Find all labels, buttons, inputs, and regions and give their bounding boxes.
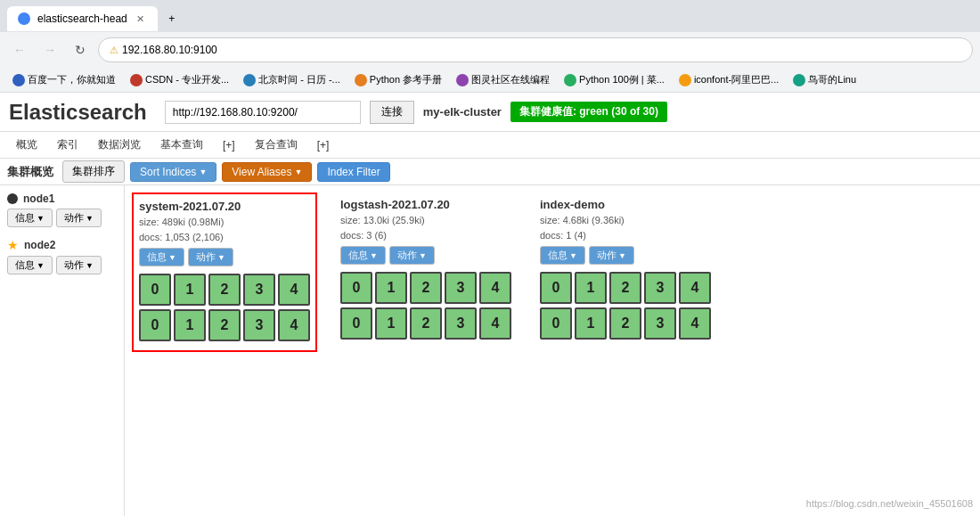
health-badge: 集群健康值: green (30 of 30) <box>510 102 667 122</box>
bookmark-time-icon <box>243 74 256 86</box>
address-bar[interactable]: ⚠ 192.168.80.10:9100 <box>98 37 973 62</box>
index-logstash-info-button[interactable]: 信息 ▼ <box>340 246 386 265</box>
shard[interactable]: 4 <box>278 309 310 341</box>
bookmark-time[interactable]: 北京时间 - 日历 -... <box>238 71 346 88</box>
shard[interactable]: 0 <box>340 307 372 340</box>
bookmarks-bar: 百度一下，你就知道 CSDN - 专业开发... 北京时间 - 日历 -... … <box>0 68 980 93</box>
index-system-info-button[interactable]: 信息 ▼ <box>139 248 184 266</box>
tab-basic-add[interactable]: [+] <box>214 135 244 155</box>
cluster-name: my-elk-cluster <box>423 105 502 119</box>
refresh-button[interactable]: ↻ <box>68 37 93 62</box>
connect-button[interactable]: 连接 <box>370 101 414 124</box>
tab-complex-add[interactable]: [+] <box>308 135 339 155</box>
active-tab[interactable]: elasticsearch-head ✕ <box>7 6 158 31</box>
watermark: https://blog.csdn.net/weixin_45501608 <box>806 498 973 509</box>
index-logstash-size: size: 13.0ki (25.9ki) docs: 3 (6) <box>340 213 511 242</box>
node1-name: node1 <box>23 192 54 205</box>
shard[interactable]: 1 <box>375 307 407 340</box>
index-system-action-arrow-icon: ▼ <box>217 253 225 262</box>
shard[interactable]: 2 <box>208 274 241 306</box>
shard[interactable]: 1 <box>375 272 407 304</box>
shard[interactable]: 2 <box>609 272 641 304</box>
nav-bar: ← → ↻ ⚠ 192.168.80.10:9100 <box>0 32 980 68</box>
bookmark-baidu[interactable]: 百度一下，你就知道 <box>7 71 121 88</box>
back-button[interactable]: ← <box>7 37 32 62</box>
tab-data-browse[interactable]: 数据浏览 <box>89 134 150 156</box>
bookmark-time-label: 北京时间 - 日历 -... <box>258 73 340 86</box>
index-filter-button[interactable]: Index Filter <box>317 162 389 182</box>
tab-basic-query[interactable]: 基本查询 <box>151 134 212 156</box>
sort-indices-arrow-icon: ▼ <box>199 168 207 176</box>
bookmark-python100-icon <box>564 74 576 86</box>
shard[interactable]: 2 <box>609 307 641 340</box>
index-logstash-info-arrow-icon: ▼ <box>370 251 378 260</box>
index-demo-info-button[interactable]: 信息 ▼ <box>540 246 585 265</box>
bookmark-niaoge[interactable]: 鸟哥的Linu <box>788 71 862 88</box>
shard[interactable]: 3 <box>644 307 676 340</box>
node2-action-button[interactable]: 动作 ▼ <box>56 256 102 274</box>
shard[interactable]: 3 <box>243 309 275 341</box>
shard[interactable]: 0 <box>139 309 171 341</box>
shard[interactable]: 4 <box>278 274 310 306</box>
shard[interactable]: 0 <box>540 307 572 340</box>
node1-info-button[interactable]: 信息 ▼ <box>7 209 53 227</box>
bookmark-python100[interactable]: Python 100例 | 菜... <box>559 71 670 88</box>
bookmark-csdn-label: CSDN - 专业开发... <box>145 73 229 86</box>
shard[interactable]: 0 <box>139 274 171 306</box>
tab-indices[interactable]: 索引 <box>48 134 87 156</box>
tab-close-btn[interactable]: ✕ <box>135 12 147 25</box>
tab-overview[interactable]: 概览 <box>7 134 46 156</box>
new-tab-button[interactable]: + <box>161 8 183 29</box>
shard[interactable]: 1 <box>575 272 607 304</box>
url-input[interactable] <box>165 101 361 124</box>
sort-indices-button[interactable]: Sort Indices ▼ <box>130 162 216 182</box>
index-system-action-button[interactable]: 动作 ▼ <box>188 248 233 266</box>
shard[interactable]: 3 <box>243 274 275 306</box>
shard[interactable]: 4 <box>679 307 711 340</box>
main-content: node1 信息 ▼ 动作 ▼ ★ node2 <box>0 185 980 516</box>
bookmark-iconfont[interactable]: iconfont-阿里巴巴... <box>674 71 784 88</box>
shard[interactable]: 3 <box>445 272 477 304</box>
index-logstash-shards-row1: 0 1 2 3 4 <box>340 272 511 304</box>
cluster-sort-button[interactable]: 集群排序 <box>62 160 125 183</box>
index-demo-size: size: 4.68ki (9.36ki) docs: 1 (4) <box>540 213 711 242</box>
bookmark-csdn[interactable]: CSDN - 专业开发... <box>125 71 234 88</box>
tab-complex-query[interactable]: 复合查询 <box>246 134 306 156</box>
index-demo-buttons: 信息 ▼ 动作 ▼ <box>540 246 711 265</box>
node2-star-icon: ★ <box>7 238 19 252</box>
bookmark-niaoge-icon <box>793 74 805 86</box>
node1-action-button[interactable]: 动作 ▼ <box>56 209 102 227</box>
index-logstash-action-button[interactable]: 动作 ▼ <box>389 246 435 265</box>
shard[interactable]: 1 <box>174 274 206 306</box>
shard[interactable]: 4 <box>479 307 511 340</box>
shard[interactable]: 2 <box>410 272 442 304</box>
shard[interactable]: 1 <box>575 307 607 340</box>
index-demo-action-button[interactable]: 动作 ▼ <box>589 246 634 265</box>
shard[interactable]: 2 <box>208 309 241 341</box>
index-demo-info-arrow-icon: ▼ <box>569 251 577 260</box>
node2-info-button[interactable]: 信息 ▼ <box>7 256 53 274</box>
shard[interactable]: 4 <box>679 272 711 304</box>
shard[interactable]: 3 <box>445 307 477 340</box>
shard[interactable]: 3 <box>644 272 676 304</box>
forward-button[interactable]: → <box>37 37 62 62</box>
bookmark-python-ref-label: Python 参考手册 <box>370 73 442 86</box>
node1-status-icon <box>7 193 18 204</box>
tab-favicon <box>18 12 30 25</box>
address-text: 192.168.80.10:9100 <box>122 44 217 56</box>
shard[interactable]: 4 <box>479 272 511 304</box>
node2-name: node2 <box>24 239 55 251</box>
bookmark-csdn-icon <box>130 74 143 86</box>
node2-header: ★ node2 <box>7 238 117 252</box>
index-block-demo: index-demo size: 4.68ki (9.36ki) docs: 1… <box>535 192 716 352</box>
bookmark-python-ref-icon <box>355 74 367 86</box>
shard[interactable]: 2 <box>410 307 442 340</box>
bookmark-python-ref[interactable]: Python 参考手册 <box>349 71 447 88</box>
shard[interactable]: 0 <box>340 272 372 304</box>
app-title: Elasticsearch <box>9 100 147 125</box>
bookmark-tuling[interactable]: 图灵社区在线编程 <box>451 71 555 88</box>
view-aliases-button[interactable]: View Aliases ▼ <box>222 162 312 182</box>
shard[interactable]: 0 <box>540 272 572 304</box>
lock-icon: ⚠ <box>110 45 118 56</box>
shard[interactable]: 1 <box>174 309 206 341</box>
